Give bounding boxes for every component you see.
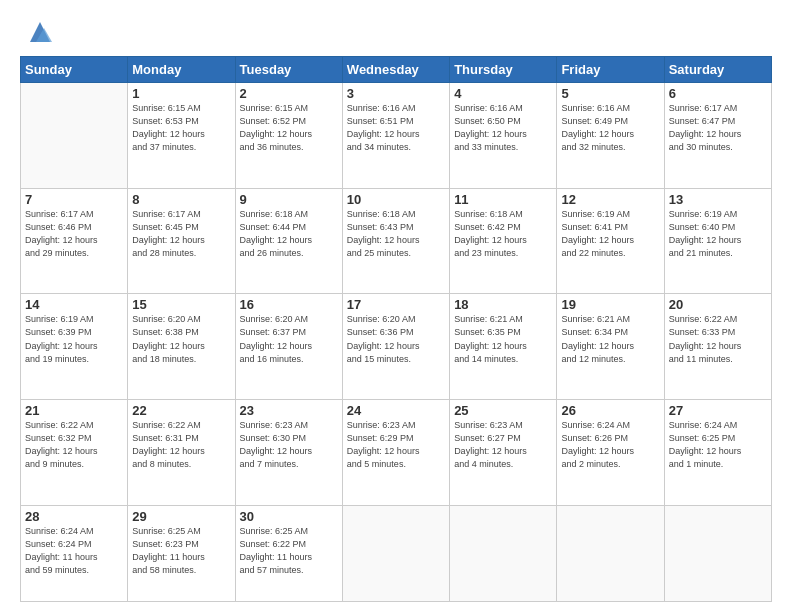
calendar-cell: 27Sunrise: 6:24 AM Sunset: 6:25 PM Dayli… — [664, 400, 771, 506]
day-number: 24 — [347, 403, 445, 418]
day-info: Sunrise: 6:20 AM Sunset: 6:36 PM Dayligh… — [347, 313, 445, 365]
day-number: 11 — [454, 192, 552, 207]
day-number: 15 — [132, 297, 230, 312]
day-number: 8 — [132, 192, 230, 207]
calendar-cell — [450, 505, 557, 601]
page: SundayMondayTuesdayWednesdayThursdayFrid… — [0, 0, 792, 612]
day-number: 21 — [25, 403, 123, 418]
week-row-5: 28Sunrise: 6:24 AM Sunset: 6:24 PM Dayli… — [21, 505, 772, 601]
calendar-cell: 21Sunrise: 6:22 AM Sunset: 6:32 PM Dayli… — [21, 400, 128, 506]
day-info: Sunrise: 6:22 AM Sunset: 6:31 PM Dayligh… — [132, 419, 230, 471]
week-row-2: 7Sunrise: 6:17 AM Sunset: 6:46 PM Daylig… — [21, 188, 772, 294]
calendar-cell: 10Sunrise: 6:18 AM Sunset: 6:43 PM Dayli… — [342, 188, 449, 294]
calendar-cell: 4Sunrise: 6:16 AM Sunset: 6:50 PM Daylig… — [450, 83, 557, 189]
calendar-cell: 22Sunrise: 6:22 AM Sunset: 6:31 PM Dayli… — [128, 400, 235, 506]
day-info: Sunrise: 6:18 AM Sunset: 6:42 PM Dayligh… — [454, 208, 552, 260]
day-info: Sunrise: 6:24 AM Sunset: 6:24 PM Dayligh… — [25, 525, 123, 577]
calendar-cell: 29Sunrise: 6:25 AM Sunset: 6:23 PM Dayli… — [128, 505, 235, 601]
day-info: Sunrise: 6:17 AM Sunset: 6:47 PM Dayligh… — [669, 102, 767, 154]
col-header-sunday: Sunday — [21, 57, 128, 83]
calendar-cell: 26Sunrise: 6:24 AM Sunset: 6:26 PM Dayli… — [557, 400, 664, 506]
calendar-cell: 14Sunrise: 6:19 AM Sunset: 6:39 PM Dayli… — [21, 294, 128, 400]
col-header-wednesday: Wednesday — [342, 57, 449, 83]
calendar-cell: 3Sunrise: 6:16 AM Sunset: 6:51 PM Daylig… — [342, 83, 449, 189]
calendar-cell: 16Sunrise: 6:20 AM Sunset: 6:37 PM Dayli… — [235, 294, 342, 400]
day-number: 14 — [25, 297, 123, 312]
day-number: 17 — [347, 297, 445, 312]
header — [20, 18, 772, 46]
col-header-monday: Monday — [128, 57, 235, 83]
day-number: 6 — [669, 86, 767, 101]
logo — [20, 18, 54, 46]
day-info: Sunrise: 6:21 AM Sunset: 6:34 PM Dayligh… — [561, 313, 659, 365]
header-row: SundayMondayTuesdayWednesdayThursdayFrid… — [21, 57, 772, 83]
calendar-cell: 2Sunrise: 6:15 AM Sunset: 6:52 PM Daylig… — [235, 83, 342, 189]
calendar-cell: 23Sunrise: 6:23 AM Sunset: 6:30 PM Dayli… — [235, 400, 342, 506]
day-number: 9 — [240, 192, 338, 207]
day-info: Sunrise: 6:21 AM Sunset: 6:35 PM Dayligh… — [454, 313, 552, 365]
calendar-cell: 19Sunrise: 6:21 AM Sunset: 6:34 PM Dayli… — [557, 294, 664, 400]
day-number: 18 — [454, 297, 552, 312]
day-number: 4 — [454, 86, 552, 101]
day-number: 3 — [347, 86, 445, 101]
day-info: Sunrise: 6:18 AM Sunset: 6:43 PM Dayligh… — [347, 208, 445, 260]
day-number: 5 — [561, 86, 659, 101]
day-info: Sunrise: 6:24 AM Sunset: 6:26 PM Dayligh… — [561, 419, 659, 471]
day-info: Sunrise: 6:17 AM Sunset: 6:46 PM Dayligh… — [25, 208, 123, 260]
day-number: 26 — [561, 403, 659, 418]
day-number: 23 — [240, 403, 338, 418]
calendar-cell — [342, 505, 449, 601]
calendar-cell: 1Sunrise: 6:15 AM Sunset: 6:53 PM Daylig… — [128, 83, 235, 189]
day-number: 10 — [347, 192, 445, 207]
col-header-thursday: Thursday — [450, 57, 557, 83]
calendar-cell — [557, 505, 664, 601]
day-info: Sunrise: 6:17 AM Sunset: 6:45 PM Dayligh… — [132, 208, 230, 260]
day-info: Sunrise: 6:24 AM Sunset: 6:25 PM Dayligh… — [669, 419, 767, 471]
calendar-cell: 6Sunrise: 6:17 AM Sunset: 6:47 PM Daylig… — [664, 83, 771, 189]
col-header-saturday: Saturday — [664, 57, 771, 83]
calendar-cell: 5Sunrise: 6:16 AM Sunset: 6:49 PM Daylig… — [557, 83, 664, 189]
calendar-cell: 18Sunrise: 6:21 AM Sunset: 6:35 PM Dayli… — [450, 294, 557, 400]
day-info: Sunrise: 6:23 AM Sunset: 6:29 PM Dayligh… — [347, 419, 445, 471]
day-info: Sunrise: 6:22 AM Sunset: 6:33 PM Dayligh… — [669, 313, 767, 365]
day-number: 7 — [25, 192, 123, 207]
day-info: Sunrise: 6:22 AM Sunset: 6:32 PM Dayligh… — [25, 419, 123, 471]
calendar-cell: 11Sunrise: 6:18 AM Sunset: 6:42 PM Dayli… — [450, 188, 557, 294]
day-info: Sunrise: 6:16 AM Sunset: 6:49 PM Dayligh… — [561, 102, 659, 154]
day-number: 16 — [240, 297, 338, 312]
calendar-cell: 24Sunrise: 6:23 AM Sunset: 6:29 PM Dayli… — [342, 400, 449, 506]
day-number: 13 — [669, 192, 767, 207]
day-info: Sunrise: 6:18 AM Sunset: 6:44 PM Dayligh… — [240, 208, 338, 260]
day-info: Sunrise: 6:25 AM Sunset: 6:22 PM Dayligh… — [240, 525, 338, 577]
day-info: Sunrise: 6:15 AM Sunset: 6:52 PM Dayligh… — [240, 102, 338, 154]
calendar-cell: 30Sunrise: 6:25 AM Sunset: 6:22 PM Dayli… — [235, 505, 342, 601]
calendar-cell: 13Sunrise: 6:19 AM Sunset: 6:40 PM Dayli… — [664, 188, 771, 294]
col-header-tuesday: Tuesday — [235, 57, 342, 83]
day-number: 28 — [25, 509, 123, 524]
day-info: Sunrise: 6:15 AM Sunset: 6:53 PM Dayligh… — [132, 102, 230, 154]
day-info: Sunrise: 6:19 AM Sunset: 6:39 PM Dayligh… — [25, 313, 123, 365]
day-number: 12 — [561, 192, 659, 207]
day-number: 22 — [132, 403, 230, 418]
calendar-cell: 9Sunrise: 6:18 AM Sunset: 6:44 PM Daylig… — [235, 188, 342, 294]
day-number: 25 — [454, 403, 552, 418]
day-number: 20 — [669, 297, 767, 312]
calendar-cell: 17Sunrise: 6:20 AM Sunset: 6:36 PM Dayli… — [342, 294, 449, 400]
calendar-cell: 7Sunrise: 6:17 AM Sunset: 6:46 PM Daylig… — [21, 188, 128, 294]
day-info: Sunrise: 6:19 AM Sunset: 6:41 PM Dayligh… — [561, 208, 659, 260]
day-number: 19 — [561, 297, 659, 312]
day-info: Sunrise: 6:20 AM Sunset: 6:38 PM Dayligh… — [132, 313, 230, 365]
day-number: 27 — [669, 403, 767, 418]
calendar-cell: 25Sunrise: 6:23 AM Sunset: 6:27 PM Dayli… — [450, 400, 557, 506]
day-info: Sunrise: 6:20 AM Sunset: 6:37 PM Dayligh… — [240, 313, 338, 365]
calendar-cell: 8Sunrise: 6:17 AM Sunset: 6:45 PM Daylig… — [128, 188, 235, 294]
day-info: Sunrise: 6:23 AM Sunset: 6:27 PM Dayligh… — [454, 419, 552, 471]
day-number: 30 — [240, 509, 338, 524]
day-number: 2 — [240, 86, 338, 101]
day-info: Sunrise: 6:16 AM Sunset: 6:51 PM Dayligh… — [347, 102, 445, 154]
logo-icon — [26, 18, 54, 46]
calendar-cell — [21, 83, 128, 189]
day-info: Sunrise: 6:16 AM Sunset: 6:50 PM Dayligh… — [454, 102, 552, 154]
calendar-cell: 20Sunrise: 6:22 AM Sunset: 6:33 PM Dayli… — [664, 294, 771, 400]
col-header-friday: Friday — [557, 57, 664, 83]
